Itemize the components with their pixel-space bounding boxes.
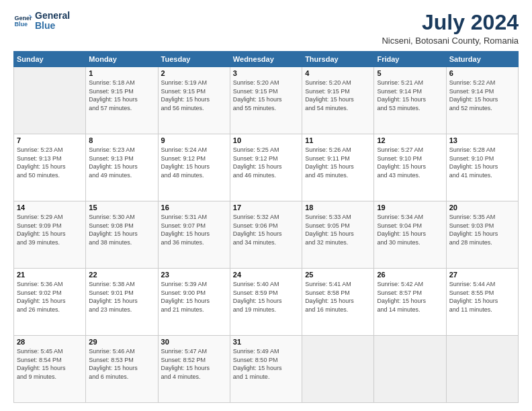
- calendar-cell: 19Sunrise: 5:34 AM Sunset: 9:04 PM Dayli…: [374, 201, 446, 269]
- cell-content: Sunrise: 5:39 AM Sunset: 9:00 PM Dayligh…: [161, 280, 227, 314]
- cell-content: Sunrise: 5:33 AM Sunset: 9:05 PM Dayligh…: [305, 213, 371, 246]
- calendar-cell: 30Sunrise: 5:47 AM Sunset: 8:52 PM Dayli…: [158, 336, 230, 403]
- cell-content: Sunrise: 5:46 AM Sunset: 8:53 PM Dayligh…: [89, 347, 154, 381]
- day-number: 10: [233, 136, 299, 144]
- logo-icon: General Blue: [13, 11, 32, 30]
- calendar-cell: [302, 336, 374, 403]
- calendar-cell: 10Sunrise: 5:25 AM Sunset: 9:12 PM Dayli…: [230, 134, 302, 201]
- calendar-cell: 14Sunrise: 5:29 AM Sunset: 9:09 PM Dayli…: [14, 201, 86, 269]
- day-number: 12: [377, 136, 443, 144]
- cell-content: Sunrise: 5:45 AM Sunset: 8:54 PM Dayligh…: [17, 347, 83, 381]
- cell-content: Sunrise: 5:40 AM Sunset: 8:59 PM Dayligh…: [233, 280, 299, 314]
- calendar-cell: [374, 336, 446, 403]
- calendar-header-row: SundayMondayTuesdayWednesdayThursdayFrid…: [14, 52, 519, 67]
- cell-content: Sunrise: 5:34 AM Sunset: 9:04 PM Dayligh…: [377, 213, 443, 246]
- calendar-cell: [446, 336, 518, 403]
- calendar-cell: 17Sunrise: 5:32 AM Sunset: 9:06 PM Dayli…: [230, 201, 302, 269]
- calendar-week-row: 21Sunrise: 5:36 AM Sunset: 9:02 PM Dayli…: [14, 269, 519, 336]
- cell-content: Sunrise: 5:31 AM Sunset: 9:07 PM Dayligh…: [161, 213, 227, 246]
- calendar-cell: 21Sunrise: 5:36 AM Sunset: 9:02 PM Dayli…: [14, 269, 86, 336]
- calendar-week-row: 14Sunrise: 5:29 AM Sunset: 9:09 PM Dayli…: [14, 201, 519, 269]
- cell-content: Sunrise: 5:20 AM Sunset: 9:15 PM Dayligh…: [305, 79, 371, 112]
- calendar-cell: 8Sunrise: 5:23 AM Sunset: 9:13 PM Daylig…: [86, 134, 158, 201]
- logo-line1: General: [35, 11, 70, 21]
- day-number: 22: [89, 271, 154, 279]
- cell-content: Sunrise: 5:47 AM Sunset: 8:52 PM Dayligh…: [161, 347, 227, 381]
- cell-content: Sunrise: 5:25 AM Sunset: 9:12 PM Dayligh…: [233, 146, 299, 179]
- day-number: 25: [305, 271, 371, 279]
- day-number: 18: [305, 203, 371, 212]
- cell-content: Sunrise: 5:26 AM Sunset: 9:11 PM Dayligh…: [305, 146, 371, 179]
- day-number: 2: [161, 69, 227, 77]
- calendar-cell: 28Sunrise: 5:45 AM Sunset: 8:54 PM Dayli…: [14, 336, 86, 403]
- calendar-header-friday: Friday: [374, 52, 446, 67]
- day-number: 19: [377, 203, 443, 212]
- cell-content: Sunrise: 5:29 AM Sunset: 9:09 PM Dayligh…: [17, 213, 83, 246]
- calendar-cell: 20Sunrise: 5:35 AM Sunset: 9:03 PM Dayli…: [446, 201, 518, 269]
- day-number: 16: [161, 203, 227, 212]
- cell-content: Sunrise: 5:24 AM Sunset: 9:12 PM Dayligh…: [161, 146, 227, 179]
- title-section: July 2024 Nicseni, Botosani County, Roma…: [382, 11, 519, 46]
- calendar-week-row: 7Sunrise: 5:23 AM Sunset: 9:13 PM Daylig…: [14, 134, 519, 201]
- calendar-cell: 25Sunrise: 5:41 AM Sunset: 8:58 PM Dayli…: [302, 269, 374, 336]
- day-number: 15: [89, 203, 154, 212]
- logo-line2: Blue: [35, 21, 70, 31]
- cell-content: Sunrise: 5:18 AM Sunset: 9:15 PM Dayligh…: [89, 79, 154, 112]
- logo: General Blue General Blue: [13, 11, 70, 32]
- calendar-cell: 1Sunrise: 5:18 AM Sunset: 9:15 PM Daylig…: [86, 67, 158, 134]
- page: General Blue General Blue July 2024 Nics…: [0, 0, 532, 411]
- day-number: 1: [89, 69, 154, 77]
- cell-content: Sunrise: 5:36 AM Sunset: 9:02 PM Dayligh…: [17, 280, 83, 314]
- day-number: 21: [17, 271, 83, 279]
- calendar-cell: 31Sunrise: 5:49 AM Sunset: 8:50 PM Dayli…: [230, 336, 302, 403]
- calendar-cell: 29Sunrise: 5:46 AM Sunset: 8:53 PM Dayli…: [86, 336, 158, 403]
- calendar-cell: 22Sunrise: 5:38 AM Sunset: 9:01 PM Dayli…: [86, 269, 158, 336]
- day-number: 5: [377, 69, 443, 77]
- cell-content: Sunrise: 5:32 AM Sunset: 9:06 PM Dayligh…: [233, 213, 299, 246]
- cell-content: Sunrise: 5:23 AM Sunset: 9:13 PM Dayligh…: [89, 146, 154, 179]
- calendar-cell: 16Sunrise: 5:31 AM Sunset: 9:07 PM Dayli…: [158, 201, 230, 269]
- day-number: 17: [233, 203, 299, 212]
- calendar-cell: 4Sunrise: 5:20 AM Sunset: 9:15 PM Daylig…: [302, 67, 374, 134]
- calendar-cell: 7Sunrise: 5:23 AM Sunset: 9:13 PM Daylig…: [14, 134, 86, 201]
- calendar-cell: 9Sunrise: 5:24 AM Sunset: 9:12 PM Daylig…: [158, 134, 230, 201]
- cell-content: Sunrise: 5:21 AM Sunset: 9:14 PM Dayligh…: [377, 79, 443, 112]
- day-number: 3: [233, 69, 299, 77]
- subtitle: Nicseni, Botosani County, Romania: [382, 36, 519, 46]
- cell-content: Sunrise: 5:38 AM Sunset: 9:01 PM Dayligh…: [89, 280, 154, 314]
- calendar-week-row: 28Sunrise: 5:45 AM Sunset: 8:54 PM Dayli…: [14, 336, 519, 403]
- cell-content: Sunrise: 5:49 AM Sunset: 8:50 PM Dayligh…: [233, 347, 299, 381]
- main-title: July 2024: [382, 11, 519, 34]
- day-number: 7: [17, 136, 83, 144]
- calendar-cell: 6Sunrise: 5:22 AM Sunset: 9:14 PM Daylig…: [446, 67, 518, 134]
- calendar-header-sunday: Sunday: [14, 52, 86, 67]
- day-number: 6: [449, 69, 515, 77]
- calendar-header-saturday: Saturday: [446, 52, 518, 67]
- calendar-cell: 12Sunrise: 5:27 AM Sunset: 9:10 PM Dayli…: [374, 134, 446, 201]
- calendar-cell: 18Sunrise: 5:33 AM Sunset: 9:05 PM Dayli…: [302, 201, 374, 269]
- day-number: 28: [17, 338, 83, 346]
- day-number: 9: [161, 136, 227, 144]
- day-number: 14: [17, 203, 83, 212]
- calendar-header-tuesday: Tuesday: [158, 52, 230, 67]
- cell-content: Sunrise: 5:30 AM Sunset: 9:08 PM Dayligh…: [89, 213, 154, 246]
- calendar-header-thursday: Thursday: [302, 52, 374, 67]
- day-number: 31: [233, 338, 299, 346]
- calendar-cell: 15Sunrise: 5:30 AM Sunset: 9:08 PM Dayli…: [86, 201, 158, 269]
- cell-content: Sunrise: 5:27 AM Sunset: 9:10 PM Dayligh…: [377, 146, 443, 179]
- calendar-cell: 13Sunrise: 5:28 AM Sunset: 9:10 PM Dayli…: [446, 134, 518, 201]
- header: General Blue General Blue July 2024 Nics…: [13, 11, 519, 46]
- day-number: 11: [305, 136, 371, 144]
- cell-content: Sunrise: 5:44 AM Sunset: 8:55 PM Dayligh…: [449, 280, 515, 314]
- calendar-cell: 23Sunrise: 5:39 AM Sunset: 9:00 PM Dayli…: [158, 269, 230, 336]
- cell-content: Sunrise: 5:23 AM Sunset: 9:13 PM Dayligh…: [17, 146, 83, 179]
- cell-content: Sunrise: 5:28 AM Sunset: 9:10 PM Dayligh…: [449, 146, 515, 179]
- calendar-cell: 11Sunrise: 5:26 AM Sunset: 9:11 PM Dayli…: [302, 134, 374, 201]
- logo-wordmark: General Blue: [35, 11, 70, 32]
- calendar-cell: 3Sunrise: 5:20 AM Sunset: 9:15 PM Daylig…: [230, 67, 302, 134]
- day-number: 4: [305, 69, 371, 77]
- calendar-table: SundayMondayTuesdayWednesdayThursdayFrid…: [13, 51, 519, 403]
- calendar-cell: 27Sunrise: 5:44 AM Sunset: 8:55 PM Dayli…: [446, 269, 518, 336]
- calendar-week-row: 1Sunrise: 5:18 AM Sunset: 9:15 PM Daylig…: [14, 67, 519, 134]
- svg-text:Blue: Blue: [14, 21, 28, 28]
